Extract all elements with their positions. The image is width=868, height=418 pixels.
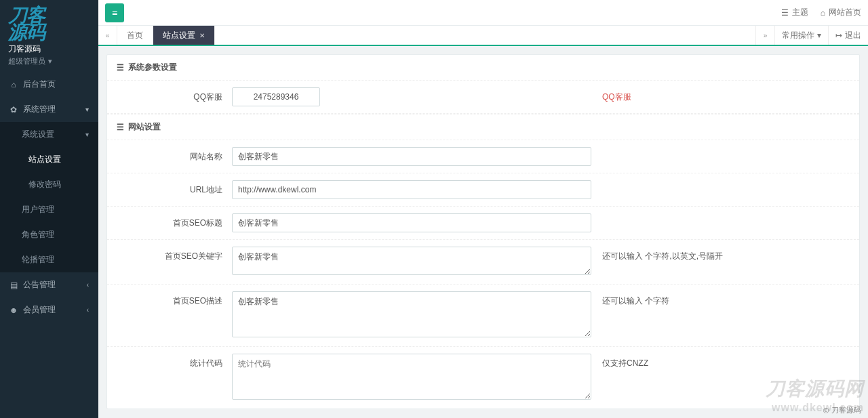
- gear-icon: ✿: [9, 105, 18, 114]
- chevron-down-icon: ▾: [85, 106, 89, 113]
- list-icon: ☰: [117, 123, 124, 132]
- theme-link[interactable]: ☰ 主题: [781, 7, 808, 18]
- nav-role-mgmt[interactable]: 角色管理: [0, 222, 98, 247]
- site-name-input[interactable]: [232, 147, 591, 166]
- role-label: 超级管理员: [8, 56, 45, 66]
- nav-member-mgmt[interactable]: ☻ 会员管理 ‹: [0, 297, 98, 322]
- nav-user-mgmt[interactable]: 用户管理: [0, 197, 98, 222]
- chevron-left-icon: ‹: [87, 281, 89, 289]
- tabs-prev-button[interactable]: «: [98, 26, 117, 45]
- nav-system-settings[interactable]: 系统设置 ▾: [0, 122, 98, 147]
- empty-help: [591, 180, 850, 184]
- section-label: 网站设置: [128, 121, 161, 133]
- bars-icon: ≡: [112, 7, 117, 18]
- site-home-link[interactable]: ⌂ 网站首页: [821, 7, 861, 18]
- tab-label: 首页: [127, 30, 143, 41]
- nav-announce-mgmt[interactable]: ▤ 公告管理 ‹: [0, 272, 98, 297]
- role-dropdown[interactable]: 超级管理员 ▾: [8, 56, 52, 66]
- close-icon[interactable]: ✕: [199, 32, 205, 39]
- row-stat-code: 统计代码 仅支持CNZZ: [107, 347, 859, 409]
- url-input[interactable]: [232, 180, 591, 199]
- seo-kw-label: 首页SEO关键字: [117, 247, 232, 262]
- nav-label: 系统管理: [23, 104, 56, 115]
- sidebar-nav: ⌂ 后台首页 ✿ 系统管理 ▾ 系统设置 ▾ 站点设置 修改密码 用户管理: [0, 72, 98, 322]
- empty-help: [591, 147, 850, 151]
- seo-kw-textarea[interactable]: [232, 247, 591, 275]
- tab-site-settings[interactable]: 站点设置 ✕: [153, 26, 215, 45]
- exit-label: 退出: [845, 30, 861, 41]
- nav-label: 轮播管理: [22, 254, 54, 266]
- row-qq: QQ客服 QQ客服: [107, 81, 859, 114]
- row-url: URL地址: [107, 173, 859, 207]
- home-icon: ⌂: [821, 8, 825, 18]
- nav-label: 系统设置: [22, 129, 54, 140]
- site-name-label: 网站名称: [117, 147, 232, 163]
- qq-label: QQ客服: [117, 87, 232, 103]
- nav-label: 修改密码: [28, 179, 61, 190]
- footer-credit-text: 刀客源码: [831, 405, 861, 415]
- url-label: URL地址: [117, 180, 232, 196]
- common-ops-dropdown[interactable]: 常用操作 ▾: [774, 26, 828, 45]
- tabs-next-button[interactable]: »: [755, 26, 774, 45]
- seo-desc-label: 首页SEO描述: [117, 291, 232, 307]
- brand-name: 刀客源码: [8, 43, 90, 55]
- seo-desc-textarea[interactable]: [232, 291, 591, 337]
- footer-credit: © 刀客源码: [823, 405, 861, 415]
- section-label: 系统参数设置: [128, 62, 177, 73]
- theme-label: 主题: [792, 7, 808, 18]
- nav-admin-home[interactable]: ⌂ 后台首页: [0, 72, 98, 97]
- nav-label: 角色管理: [22, 229, 54, 241]
- nav-label: 公告管理: [23, 279, 56, 291]
- seo-title-label: 首页SEO标题: [117, 213, 232, 229]
- brand-logo: 刀客源码: [8, 7, 90, 41]
- clipboard-icon: ▤: [9, 280, 18, 290]
- section-system-params: ☰ 系统参数设置: [107, 55, 859, 81]
- sidebar: 刀客源码 刀客源码 超级管理员 ▾ ⌂ 后台首页 ✿ 系统管理 ▾ 系统设置 ▾: [0, 0, 98, 418]
- site-home-label: 网站首页: [829, 7, 861, 18]
- double-chevron-left-icon: «: [106, 32, 110, 39]
- stat-textarea[interactable]: [232, 354, 591, 400]
- nav-carousel-mgmt[interactable]: 轮播管理: [0, 247, 98, 272]
- caret-down-icon: ▾: [48, 57, 52, 66]
- main-area: ≡ ☰ 主题 ⌂ 网站首页 « 首页 站点设置 ✕: [98, 0, 868, 418]
- row-seo-keywords: 首页SEO关键字 还可以输入 个字符,以英文,号隔开: [107, 240, 859, 285]
- qq-help: QQ客服: [591, 87, 850, 103]
- settings-panel: ☰ 系统参数设置 QQ客服 QQ客服 ☰ 网站设置 网站名称: [106, 54, 860, 409]
- nav-site-settings[interactable]: 站点设置: [0, 147, 98, 172]
- seo-title-input[interactable]: [232, 213, 591, 232]
- nav-system[interactable]: ✿ 系统管理 ▾: [0, 97, 98, 122]
- sidebar-toggle-button[interactable]: ≡: [105, 3, 124, 22]
- topbar: ≡ ☰ 主题 ⌂ 网站首页: [98, 0, 868, 26]
- seo-kw-help: 还可以输入 个字符,以英文,号隔开: [591, 247, 850, 262]
- tab-home[interactable]: 首页: [117, 26, 153, 45]
- list-icon: ☰: [781, 8, 789, 18]
- row-seo-desc: 首页SEO描述 还可以输入 个字符: [107, 285, 859, 347]
- user-icon: ☻: [9, 306, 18, 315]
- nav-label: 会员管理: [23, 304, 56, 316]
- double-chevron-right-icon: »: [764, 32, 768, 39]
- nav-label: 后台首页: [23, 79, 56, 90]
- content-area: ☰ 系统参数设置 QQ客服 QQ客服 ☰ 网站设置 网站名称: [98, 46, 868, 418]
- home-icon: ⌂: [9, 80, 18, 89]
- row-site-name: 网站名称: [107, 140, 859, 173]
- tab-right-controls: » 常用操作 ▾ ↦ 退出: [755, 26, 868, 45]
- tabbar: « 首页 站点设置 ✕ » 常用操作 ▾ ↦ 退出: [98, 26, 868, 46]
- list-icon: ☰: [117, 63, 124, 72]
- qq-input[interactable]: [232, 87, 320, 106]
- chevron-left-icon: ‹: [87, 306, 89, 314]
- empty-help: [591, 213, 850, 217]
- brand-block: 刀客源码 刀客源码 超级管理员 ▾: [0, 0, 98, 72]
- stat-help: 仅支持CNZZ: [591, 354, 850, 369]
- top-links: ☰ 主题 ⌂ 网站首页: [781, 7, 861, 18]
- row-seo-title: 首页SEO标题: [107, 207, 859, 240]
- stat-label: 统计代码: [117, 354, 232, 369]
- nav-label: 用户管理: [22, 204, 54, 215]
- seo-desc-help: 还可以输入 个字符: [591, 291, 850, 307]
- logout-icon: ↦: [835, 30, 842, 40]
- caret-down-icon: ▾: [817, 30, 821, 40]
- chevron-down-icon: ▾: [85, 131, 89, 138]
- section-site-settings: ☰ 网站设置: [107, 114, 859, 140]
- nav-change-password[interactable]: 修改密码: [0, 172, 98, 197]
- tab-label: 站点设置: [163, 30, 195, 41]
- exit-button[interactable]: ↦ 退出: [828, 26, 868, 45]
